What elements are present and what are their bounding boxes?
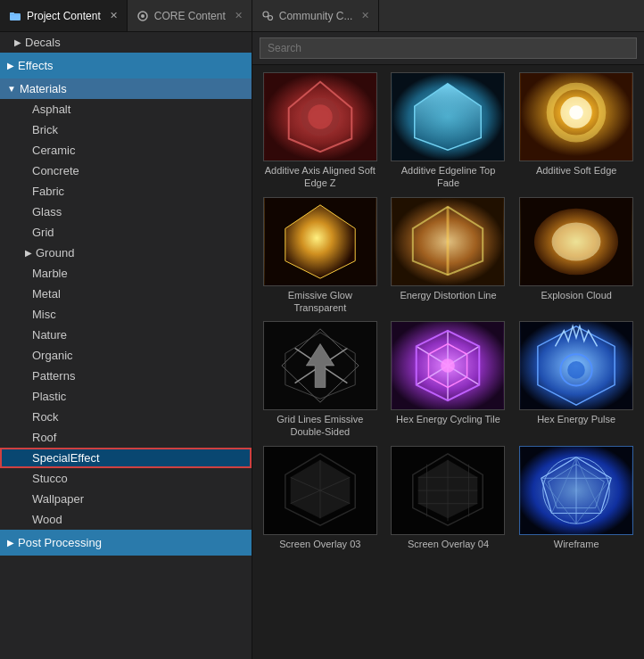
- thumb-additive-axis: [263, 72, 377, 161]
- sidebar-item-roof-label: Roof: [32, 431, 56, 444]
- chevron-right-icon: ▶: [7, 61, 14, 70]
- sidebar-item-plastic[interactable]: Plastic: [0, 386, 252, 407]
- tab-project-close[interactable]: ✕: [110, 10, 118, 21]
- sidebar-item-glass-label: Glass: [32, 205, 62, 218]
- sidebar-item-misc-label: Misc: [32, 308, 56, 321]
- tab-project[interactable]: Project Content ✕: [0, 0, 128, 31]
- thumb-label-additive-soft: Additive Soft Edge: [536, 164, 617, 177]
- search-bar: [252, 32, 644, 65]
- sidebar-item-effects-label: Effects: [18, 59, 54, 72]
- thumb-label-additive-axis: Additive Axis Aligned Soft Edge Z: [263, 164, 377, 190]
- sidebar-item-effects[interactable]: ▶ Effects: [0, 53, 252, 78]
- sidebar-item-ceramic[interactable]: Ceramic: [0, 140, 252, 161]
- sidebar-item-decals-label: Decals: [25, 36, 61, 49]
- sidebar-item-roof[interactable]: Roof: [0, 427, 252, 448]
- sidebar-item-postprocessing[interactable]: ▶ Post Processing: [0, 530, 252, 556]
- tabs-bar: Project Content ✕ CORE Content ✕ Communi…: [0, 0, 644, 32]
- sidebar-item-patterns[interactable]: Patterns: [0, 366, 252, 386]
- thumb-label-emissive-glow: Emissive Glow Transparent: [263, 289, 377, 315]
- sidebar-item-materials[interactable]: ▼ Materials: [0, 78, 252, 99]
- sidebar-item-marble[interactable]: Marble: [0, 263, 252, 284]
- grid-item-explosion-cloud[interactable]: Explosion Cloud: [516, 197, 637, 315]
- sidebar-item-concrete-label: Concrete: [32, 164, 79, 177]
- thumb-svg4: [264, 198, 376, 285]
- sidebar-item-glass[interactable]: Glass: [0, 202, 252, 222]
- grid-item-additive-axis[interactable]: Additive Axis Aligned Soft Edge Z: [260, 72, 381, 190]
- thumb-svg10: [264, 447, 376, 534]
- grid-item-energy-distortion[interactable]: Energy Distortion Line: [388, 197, 509, 315]
- thumb-energy-distortion: [391, 197, 505, 286]
- grid-item-additive-soft[interactable]: Additive Soft Edge: [516, 72, 637, 190]
- sidebar: ▶ Decals ▶ Effects ▼ Materials Asphalt B…: [0, 32, 252, 659]
- sidebar-item-nature-label: Nature: [32, 328, 67, 342]
- thumb-hex-pulse: [519, 321, 633, 410]
- sidebar-item-ceramic-label: Ceramic: [32, 144, 75, 157]
- tab-core[interactable]: CORE Content ✕: [128, 0, 252, 31]
- thumb-label-additive-edgeline: Additive Edgeline Top Fade: [391, 164, 505, 190]
- sidebar-item-fabric[interactable]: Fabric: [0, 181, 252, 202]
- search-input[interactable]: [260, 37, 637, 59]
- thumb-wireframe: [519, 446, 633, 535]
- sidebar-item-decals[interactable]: ▶ Decals: [0, 32, 252, 53]
- sidebar-item-nature[interactable]: Nature: [0, 325, 252, 345]
- grid-item-screen-04[interactable]: Screen Overlay 04: [388, 446, 509, 550]
- thumb-svg: [264, 73, 376, 161]
- tab-community-label: Community C...: [279, 10, 353, 22]
- thumb-explosion-cloud: [519, 197, 633, 286]
- svg-point-5: [268, 15, 272, 20]
- chevron-right-icon: ▶: [14, 37, 21, 47]
- grid-item-emissive-glow[interactable]: Emissive Glow Transparent: [260, 197, 381, 315]
- content-grid: Additive Axis Aligned Soft Edge Z: [252, 65, 644, 659]
- thumb-label-hex-pulse: Hex Energy Pulse: [537, 413, 615, 425]
- sidebar-item-plastic-label: Plastic: [32, 390, 66, 403]
- sidebar-item-specialeffect-label: SpecialEffect: [32, 451, 100, 465]
- tab-community-close[interactable]: ✕: [361, 10, 369, 21]
- svg-point-9: [308, 104, 332, 128]
- sidebar-item-fabric-label: Fabric: [32, 185, 64, 198]
- thumb-label-grid-lines: Grid Lines Emissive Double-Sided: [263, 413, 377, 439]
- sidebar-item-stucco[interactable]: Stucco: [0, 468, 252, 489]
- thumb-svg8: [392, 322, 504, 409]
- thumb-emissive-glow: [263, 197, 377, 286]
- sidebar-item-grid[interactable]: Grid: [0, 222, 252, 243]
- sidebar-item-rock[interactable]: Rock: [0, 407, 252, 427]
- sidebar-item-metal[interactable]: Metal: [0, 284, 252, 304]
- sidebar-item-ground-label: Ground: [36, 246, 74, 259]
- sidebar-item-wood[interactable]: Wood: [0, 509, 252, 530]
- thumb-svg7: [264, 322, 376, 409]
- thumb-screen-04: [391, 446, 505, 535]
- thumb-screen-03: [263, 446, 377, 535]
- svg-point-3: [141, 14, 144, 18]
- grid-item-hex-energy-cycling[interactable]: Hex Energy Cycling Tile: [388, 321, 509, 439]
- tab-community[interactable]: Community C... ✕: [252, 0, 380, 31]
- tab-project-label: Project Content: [27, 10, 101, 22]
- thumb-svg9: [520, 322, 632, 409]
- chevron-down-icon: ▼: [7, 84, 16, 94]
- community-icon: [261, 10, 274, 22]
- tab-core-close[interactable]: ✕: [235, 10, 243, 21]
- sidebar-item-organic-label: Organic: [32, 349, 73, 362]
- sidebar-item-stucco-label: Stucco: [32, 472, 68, 485]
- sidebar-item-wood-label: Wood: [32, 513, 62, 526]
- sidebar-item-asphalt[interactable]: Asphalt: [0, 99, 252, 119]
- grid-item-grid-lines[interactable]: Grid Lines Emissive Double-Sided: [260, 321, 381, 439]
- sidebar-item-organic[interactable]: Organic: [0, 345, 252, 366]
- sidebar-item-concrete[interactable]: Concrete: [0, 161, 252, 181]
- tab-core-label: CORE Content: [154, 10, 226, 22]
- sidebar-item-ground[interactable]: ▶ Ground: [0, 243, 252, 263]
- thumb-grid-lines: [263, 321, 377, 410]
- sidebar-item-grid-label: Grid: [32, 226, 54, 239]
- grid-item-hex-pulse[interactable]: Hex Energy Pulse: [516, 321, 637, 439]
- content-area: Additive Axis Aligned Soft Edge Z: [252, 32, 644, 659]
- svg-point-43: [567, 361, 585, 379]
- sidebar-item-specialeffect[interactable]: SpecialEffect: [0, 448, 252, 468]
- sidebar-item-wallpaper[interactable]: Wallpaper: [0, 489, 252, 509]
- grid-item-additive-edgeline[interactable]: Additive Edgeline Top Fade: [388, 72, 509, 190]
- thumb-svg2: [392, 73, 504, 161]
- grid-item-wireframe[interactable]: Wireframe: [516, 446, 637, 550]
- sidebar-item-misc[interactable]: Misc: [0, 304, 252, 325]
- sidebar-item-patterns-label: Patterns: [32, 369, 75, 383]
- sidebar-item-brick[interactable]: Brick: [0, 119, 252, 140]
- svg-rect-1: [10, 12, 14, 14]
- grid-item-screen-03[interactable]: Screen Overlay 03: [260, 446, 381, 550]
